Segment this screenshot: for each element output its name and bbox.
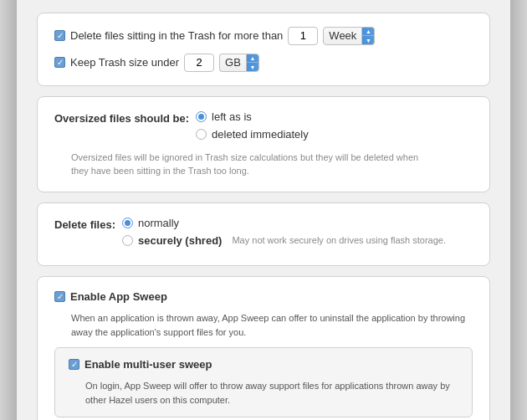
keep-trash-value[interactable] [184,54,214,72]
app-sweep-checkbox[interactable] [54,291,65,302]
keep-trash-label: Keep Trash size under [70,56,179,69]
radio-securely[interactable] [122,235,133,246]
keep-trash-checkbox[interactable] [54,57,65,68]
securely-hint: May not work securely on drives using fl… [232,234,446,247]
gb-label: GB [219,54,246,72]
app-sweep-header-row: Enable App Sweep [54,290,473,303]
app-sweep-desc: When an application is thrown away, App … [71,311,473,339]
radio-normally[interactable] [122,218,133,228]
delete-files-value[interactable] [288,27,318,45]
window: ‹ › ⊞ Hazel 🔍 Folders Trash Info Delete … [17,0,510,420]
gb-down[interactable]: ▼ [247,63,258,71]
radio-securely-row: securely (shred) May not work securely o… [122,234,446,247]
unit-stepper[interactable]: ▲ ▼ [362,27,375,45]
multi-user-section: Enable multi-user sweep On login, App Sw… [54,347,473,417]
oversized-label: Oversized files should be: [54,110,189,125]
gb-up[interactable]: ▲ [247,54,258,64]
delete-mode-radio-group: normally securely (shred) May not work s… [122,217,446,252]
app-sweep-section: Enable App Sweep When an application is … [37,276,490,420]
oversized-radio-group: left as is deleted immediately [196,110,309,146]
radio-left-as-label: left as is [212,110,252,123]
keep-trash-row: Keep Trash size under GB ▲ ▼ [54,54,473,72]
radio-normally-row: normally [122,217,446,229]
radio-delete-immediately-label: deleted immediately [212,128,309,141]
multi-user-label: Enable multi-user sweep [84,358,212,371]
delete-files-row: Delete files sitting in the Trash for mo… [54,27,473,45]
multi-user-desc: On login, App Sweep will offer to throw … [85,379,458,407]
delete-files-label: Delete files sitting in the Trash for mo… [70,29,283,42]
main-content: Delete files sitting in the Trash for mo… [17,0,510,420]
trash-unit-select[interactable]: GB ▲ ▼ [219,54,259,72]
radio-securely-label: securely (shred) [138,234,222,247]
unit-down[interactable]: ▼ [362,36,374,44]
radio-delete-immediately-row: deleted immediately [196,128,309,141]
oversized-hint: Oversized files will be ignored in Trash… [71,151,422,178]
unit-label: Week [323,27,362,45]
delete-files-unit-select[interactable]: Week ▲ ▼ [323,27,375,45]
radio-left-as-row: left as is [196,110,309,123]
radio-left-as-inner [198,114,204,120]
radio-delete-immediately[interactable] [196,129,207,140]
gb-stepper[interactable]: ▲ ▼ [246,54,259,72]
radio-normally-inner [125,220,130,226]
multi-user-checkbox[interactable] [69,359,79,370]
radio-left-as[interactable] [196,111,207,122]
oversized-section: Oversized files should be: left as is de… [37,96,490,192]
delete-keep-section: Delete files sitting in the Trash for mo… [37,13,490,86]
delete-mode-section: Delete files: normally securely (shred) … [37,202,490,266]
delete-files-checkbox[interactable] [54,30,65,41]
unit-up[interactable]: ▲ [362,28,374,37]
radio-normally-label: normally [138,217,179,229]
app-sweep-label: Enable App Sweep [70,290,167,303]
multi-user-header-row: Enable multi-user sweep [69,358,458,371]
delete-mode-label: Delete files: [54,217,115,231]
